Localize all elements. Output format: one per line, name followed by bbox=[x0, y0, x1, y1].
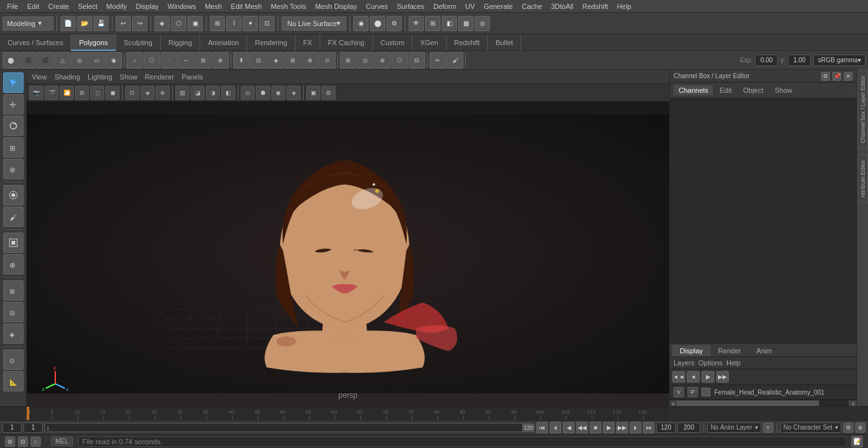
layers-scroll-right[interactable]: › bbox=[849, 400, 857, 406]
options-option[interactable]: Options bbox=[698, 359, 722, 367]
layer-item[interactable]: V P Female_Head_Realistic_Anatomy_001 bbox=[670, 385, 857, 400]
layer-visibility-btn[interactable]: V bbox=[674, 387, 684, 397]
wireframe-btn[interactable]: ▦ bbox=[458, 16, 473, 31]
play-fwd-btn[interactable]: ▶ bbox=[603, 422, 614, 433]
render-btn[interactable]: ◉ bbox=[353, 16, 369, 31]
vp-motion-blur-btn[interactable]: ◈ bbox=[287, 86, 301, 100]
layer-playback-btn[interactable]: P bbox=[688, 387, 698, 397]
vp-hq-btn[interactable]: ◉ bbox=[271, 86, 285, 100]
tab-redshift[interactable]: Redshift bbox=[447, 34, 488, 51]
stop-btn[interactable]: ■ bbox=[590, 422, 601, 433]
status-icon-3[interactable]: ○ bbox=[31, 437, 41, 447]
select-tool[interactable] bbox=[3, 72, 24, 93]
tab-curves-surfaces[interactable]: Curves / Surfaces bbox=[0, 34, 71, 51]
uv-sel-btn[interactable]: ⊞ bbox=[195, 52, 212, 69]
vp-ao-btn[interactable]: ◎ bbox=[241, 86, 255, 100]
anim-layer-dropdown[interactable]: No Anim Layer ▾ bbox=[707, 423, 761, 433]
tab-xgen[interactable]: XGen bbox=[412, 34, 446, 51]
vp-display-btn[interactable]: ◈ bbox=[140, 86, 154, 100]
mode-dropdown[interactable]: Modeling ▾ bbox=[3, 17, 53, 31]
new-scene-btn[interactable]: 📄 bbox=[60, 16, 76, 31]
lasso-tool-btn[interactable]: ⬡ bbox=[171, 16, 186, 31]
snap-to-btn[interactable]: ⊙ bbox=[3, 350, 24, 370]
tab-fx-caching[interactable]: FX Caching bbox=[320, 34, 372, 51]
step-back-btn[interactable]: ⏴ bbox=[550, 422, 561, 433]
object-sel-btn[interactable]: ○ bbox=[126, 52, 143, 69]
menu-display[interactable]: Display bbox=[132, 0, 163, 13]
play-back-btn[interactable]: ◀◀ bbox=[576, 422, 588, 433]
sphere-btn[interactable]: ⬤ bbox=[3, 52, 19, 69]
char-set-dropdown[interactable]: No Character Set ▾ bbox=[780, 423, 841, 433]
multi-sel-btn[interactable]: ⊕ bbox=[212, 52, 229, 69]
ik-tool[interactable]: ⊟ bbox=[3, 302, 24, 322]
tab-custom[interactable]: Custom bbox=[373, 34, 413, 51]
menu-help[interactable]: Help bbox=[613, 0, 636, 13]
save-scene-btn[interactable]: 💾 bbox=[93, 16, 109, 31]
menu-redshift[interactable]: Redshift bbox=[578, 0, 612, 13]
cluster-tool[interactable]: ◈ bbox=[3, 323, 24, 344]
cone-btn[interactable]: △ bbox=[54, 52, 71, 69]
disk-btn[interactable]: ◉ bbox=[105, 52, 122, 69]
vp-camera-btn[interactable]: 📷 bbox=[29, 86, 43, 100]
merge-btn[interactable]: ⊙ bbox=[319, 52, 336, 69]
layers-scrollbar-thumb[interactable] bbox=[670, 400, 819, 406]
renderer-menu[interactable]: Renderer bbox=[145, 73, 174, 81]
extrude-btn[interactable]: ⬆ bbox=[233, 52, 250, 69]
layers-scrollbar[interactable]: › ‹ bbox=[670, 400, 857, 406]
panels-menu[interactable]: Panels bbox=[182, 73, 203, 81]
sculpt-btn[interactable]: 🖌 bbox=[447, 52, 463, 69]
color-profile-dropdown[interactable]: sRGB gamma ▾ bbox=[813, 55, 865, 66]
time-range-slider[interactable]: 120 1 bbox=[44, 423, 534, 432]
layer-move-dn-btn[interactable]: ▶▶ bbox=[716, 371, 729, 383]
live-surface-btn[interactable]: No Live Surface ▾ bbox=[281, 17, 346, 31]
paint-tool-btn[interactable]: ▣ bbox=[187, 16, 203, 31]
anim-end-input[interactable] bbox=[656, 423, 675, 433]
command-input[interactable]: File read in 0.74 seconds. bbox=[78, 437, 846, 447]
snap-point-btn[interactable]: ✦ bbox=[243, 16, 258, 31]
menu-edit-mesh[interactable]: Edit Mesh bbox=[226, 0, 266, 13]
snap-view-btn[interactable]: ⊡ bbox=[259, 16, 275, 31]
menu-uv[interactable]: UV bbox=[461, 0, 479, 13]
anim-layer-add-btn[interactable]: + bbox=[763, 423, 773, 433]
exposure-input[interactable] bbox=[755, 55, 778, 66]
timeline-ruler[interactable]: 1 5 10 15 20 25 30 35 40 45 50 55 60 bbox=[27, 407, 669, 420]
tab-object[interactable]: Object bbox=[738, 85, 768, 95]
soft-select-tool[interactable] bbox=[3, 185, 24, 205]
cube-btn[interactable]: ⬛ bbox=[20, 52, 36, 69]
frame-current-input[interactable] bbox=[24, 423, 43, 433]
smooth-btn[interactable]: ◎ bbox=[357, 52, 374, 69]
xray-btn[interactable]: ◧ bbox=[442, 16, 457, 31]
script-editor-btn[interactable]: 📝 bbox=[851, 436, 863, 447]
vp-film2-btn[interactable]: 🎦 bbox=[60, 86, 74, 100]
menu-windows[interactable]: Windows bbox=[163, 0, 201, 13]
viewport-3d[interactable]: persp x z y bbox=[27, 102, 669, 406]
undo-btn[interactable]: ↩ bbox=[116, 16, 131, 31]
char-set-btn[interactable]: ⚙ bbox=[843, 423, 853, 433]
snap-grid-btn[interactable]: ⊞ bbox=[210, 16, 225, 31]
show-hide-btn[interactable]: 👁 bbox=[409, 16, 424, 31]
open-scene-btn[interactable]: 📂 bbox=[77, 16, 92, 31]
vp-pp-btn[interactable]: ▣ bbox=[306, 86, 320, 100]
insert-edge-btn[interactable]: ⊕ bbox=[302, 52, 318, 69]
next-frame-btn[interactable]: ▶▶ bbox=[616, 422, 628, 433]
grid-btn[interactable]: ⊞ bbox=[425, 16, 440, 31]
soft-sel-btn[interactable]: ◎ bbox=[475, 16, 490, 31]
layers-scroll-left[interactable]: ‹ bbox=[670, 400, 677, 406]
vp-wireframe-btn[interactable]: ◻ bbox=[90, 86, 104, 100]
tab-rigging[interactable]: Rigging bbox=[161, 34, 200, 51]
attribute-editor-side-label[interactable]: Attribute Editor bbox=[857, 154, 868, 204]
tab-bullet[interactable]: Bullet bbox=[488, 34, 522, 51]
move-tool[interactable]: ✛ bbox=[3, 94, 24, 114]
range-end-btn[interactable]: 120 bbox=[522, 424, 534, 431]
panel-tab-anim[interactable]: Anim bbox=[749, 345, 780, 356]
viewport[interactable]: View Shading Lighting Show Renderer Pane… bbox=[27, 70, 669, 406]
vp-manip-btn[interactable]: ⊕ bbox=[156, 86, 170, 100]
scale-tool[interactable]: ⊞ bbox=[3, 137, 24, 158]
boolean-btn[interactable]: ⊕ bbox=[374, 52, 391, 69]
menu-deform[interactable]: Deform bbox=[429, 0, 461, 13]
combine-btn[interactable]: ⬡ bbox=[391, 52, 408, 69]
snap-curve-btn[interactable]: ⌇ bbox=[226, 16, 241, 31]
show-menu[interactable]: Show bbox=[120, 73, 138, 81]
bevel-btn[interactable]: ◈ bbox=[268, 52, 284, 69]
vp-shadow-btn[interactable]: ⬟ bbox=[256, 86, 270, 100]
